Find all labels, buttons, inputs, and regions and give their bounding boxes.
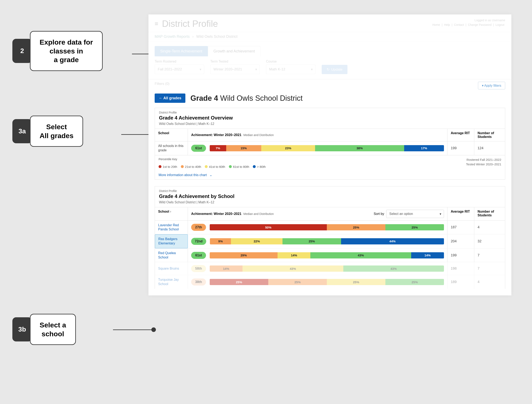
school-row: Turquoise Jay School 38th 25% 25% 25% 25…	[155, 275, 505, 289]
link-help[interactable]: Help	[443, 23, 451, 26]
col-header-achieve-sub-2: Median and Distribution	[244, 212, 274, 215]
tested-note: Tested Winter 2020–2021	[466, 162, 501, 167]
app-window: ≡ District Profile Logged in as Username…	[148, 14, 511, 295]
median-pill: 61st	[191, 252, 206, 259]
chevron-right-icon: ›	[192, 34, 194, 39]
tab-growth[interactable]: Growth and Achievement	[208, 46, 260, 56]
col-header-achieve-sub: Median and Distribution	[244, 133, 274, 137]
col-header-school-2[interactable]: School↑	[155, 207, 188, 221]
grade-header: ← All grades Grade 4 Wild Owls School Di…	[148, 92, 511, 108]
seg-orange: 9%	[210, 238, 231, 244]
seg-orange: 15%	[226, 145, 261, 151]
callout-3b-badge: 3b	[12, 317, 32, 341]
pkey-5: > 80th	[257, 165, 266, 169]
link-home[interactable]: Home	[431, 23, 441, 26]
col-header-rit: Average RIT	[447, 129, 474, 141]
seg-blue: 14%	[411, 252, 444, 259]
school-link-selected[interactable]: Ras Badgers Elementary	[155, 234, 188, 248]
num-value: 7	[474, 262, 505, 275]
callout-3b-connector	[113, 329, 152, 330]
update-button-label: Update	[331, 67, 342, 72]
link-contact[interactable]: Contact	[453, 23, 465, 26]
hamburger-icon[interactable]: ≡	[155, 20, 158, 27]
link-change-password[interactable]: Change Password	[467, 23, 492, 26]
school-link[interactable]: Turquoise Jay School	[155, 275, 188, 289]
apply-filters-button[interactable]: ▾ Apply filters	[478, 82, 505, 89]
select-term-rostered[interactable]: Fall 2021–2022	[155, 65, 204, 74]
col-header-achieve-2: Achievement: Winter 2020–2021	[191, 212, 241, 216]
update-button[interactable]: ↻ Update	[322, 65, 348, 74]
breadcrumb-current: Wild Owls School District	[196, 34, 238, 39]
caret-down-icon: ▾	[482, 84, 484, 87]
pkey-4: 61st to 80th	[233, 165, 249, 169]
seg-red: 25%	[210, 279, 268, 285]
rit-value: 187	[447, 221, 474, 234]
median-pill: 38th	[191, 279, 206, 286]
tabs: Single-Term Achievement Growth and Achie…	[148, 41, 511, 56]
school-row: Ras Badgers Elementary 72nd 9% 22% 25% 4…	[155, 234, 505, 248]
dist-bar: 29% 14% 43% 14%	[210, 252, 444, 259]
byschool-title: Grade 4 Achievement by School	[159, 193, 501, 199]
breadcrumb-link[interactable]: MAP Growth Reports	[155, 34, 190, 39]
rostered-note: Rostered Fall 2021–2022	[466, 157, 501, 162]
seg-green: 25%	[385, 279, 444, 285]
sortby-label: Sort by	[374, 212, 384, 216]
dist-bar: 50% 25% 25%	[210, 224, 444, 230]
median-pill: 58th	[191, 265, 206, 272]
seg-blue: 44%	[341, 238, 444, 244]
byschool-table-header: School↑ Achievement: Winter 2020–2021 Me…	[155, 207, 505, 221]
seg-yellow: 25%	[327, 279, 385, 285]
seg-green: 25%	[283, 238, 341, 244]
num-value: 4	[474, 221, 505, 234]
seg-green: 38%	[315, 145, 404, 151]
seg-green: 43%	[343, 266, 444, 272]
breadcrumb: MAP Growth Reports › Wild Owls School Di…	[148, 32, 511, 41]
num-value: 32	[474, 234, 505, 248]
pkey-3: 41st to 60th	[209, 165, 225, 169]
link-logout[interactable]: Logout	[495, 23, 505, 26]
overview-rit: 199	[447, 141, 474, 155]
swatch-green	[229, 165, 232, 168]
pkey-1: 1st to 20th	[163, 165, 177, 169]
apply-filters-label: Apply filters	[484, 84, 501, 87]
seg-yellow: 43%	[242, 266, 343, 272]
median-pill: 27th	[191, 224, 206, 231]
dist-bar: 9% 22% 25% 44%	[210, 238, 444, 244]
seg-yellow: 23%	[261, 145, 315, 151]
rit-value: 199	[447, 248, 474, 262]
overview-panel: District Profile Grade 4 Achievement Ove…	[155, 108, 505, 180]
school-link[interactable]: Lavender Red Panda School	[155, 221, 188, 234]
callout-3b-endpoint	[151, 327, 156, 332]
grade-title: Grade 4 Wild Owls School District	[190, 94, 303, 103]
callout-3b-label: Select a school	[30, 314, 76, 345]
header: ≡ District Profile Logged in as Username…	[148, 14, 511, 32]
logged-in-text: Logged in as Username	[431, 19, 505, 22]
percentile-key: Percentile Key 1st to 20th 21st to 40th …	[155, 155, 505, 170]
select-course[interactable]: Math K-12	[266, 65, 316, 74]
tab-single-term[interactable]: Single-Term Achievement	[155, 46, 208, 56]
sort-asc-icon: ↑	[170, 210, 171, 213]
seg-yellow: 22%	[231, 238, 283, 244]
filters-count: (0)	[165, 82, 170, 86]
filters-label: Filters	[155, 82, 164, 86]
callout-3a-label: Select All grades	[30, 116, 83, 147]
col-header-achieve: Achievement: Winter 2020–2021	[191, 133, 241, 137]
col-header-num-2: Number of Students	[474, 207, 505, 221]
more-info-toggle[interactable]: More information about this chart ⌄	[155, 170, 505, 179]
swatch-red	[158, 165, 161, 168]
num-value: 4	[474, 275, 505, 289]
all-grades-button[interactable]: ← All grades	[155, 93, 185, 103]
overview-title: Grade 4 Achievement Overview	[159, 115, 501, 121]
overview-num: 124	[474, 141, 505, 155]
school-link[interactable]: Red Quelea School	[155, 248, 188, 262]
grade-title-district: Wild Owls School District	[220, 94, 303, 102]
select-term-tested[interactable]: Winter 2020–2021	[210, 65, 260, 74]
by-school-panel: District Profile Grade 4 Achievement by …	[155, 186, 505, 289]
label-term-rostered: Term Rostered	[155, 60, 204, 63]
overview-table-header: School Achievement: Winter 2020–2021 Med…	[155, 129, 505, 141]
seg-green: 43%	[310, 252, 411, 259]
school-link[interactable]: Square Bruins	[155, 262, 188, 275]
sortby-select[interactable]: Select an option	[386, 210, 444, 218]
overview-median-pill: 61st	[191, 145, 206, 152]
seg-orange: 25%	[327, 224, 385, 230]
